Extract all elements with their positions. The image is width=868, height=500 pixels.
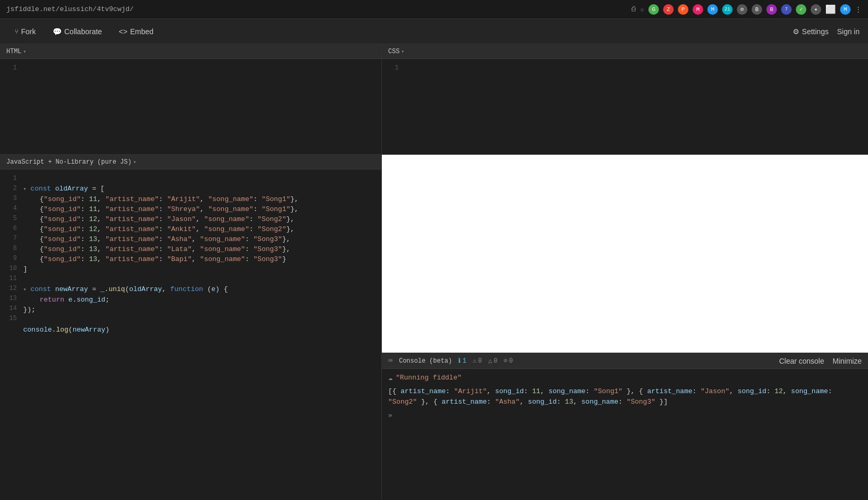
console-info-count: ℹ 1 — [458, 357, 466, 365]
js-dropdown[interactable]: JavaScript + No-Library (pure JS) ▾ — [6, 158, 136, 166]
other-icon: ⊙ — [504, 357, 507, 365]
left-panel: HTML ▾ 1 JavaScript + No-Library (pure J… — [0, 44, 382, 500]
fork-button[interactable]: ⑂ Fork — [8, 24, 42, 39]
console-error-count: △ 0 — [488, 357, 497, 365]
console-body: ☁ "Running fiddle" [{ artist_name: "Arij… — [382, 369, 868, 500]
settings-icon: ⚙ — [793, 27, 800, 36]
fork-icon: ⑂ — [15, 28, 18, 35]
collaborate-button[interactable]: 💬 Collaborate — [46, 24, 108, 39]
error-icon: △ — [488, 357, 492, 365]
console-running-line: ☁ "Running fiddle" — [388, 373, 862, 382]
html-editor: HTML ▾ 1 — [0, 44, 381, 155]
console-header: ⌨ Console (beta) ℹ 1 ⚠ 0 △ 0 ⊙ 0 — [382, 353, 868, 369]
css-dropdown[interactable]: CSS ▾ — [388, 48, 405, 55]
ext3-icon[interactable]: P — [678, 4, 688, 15]
js-editor-content[interactable]: 123456789101112131415 ▾ const oldArray =… — [0, 169, 381, 500]
settings-button[interactable]: ⚙ Settings — [793, 27, 829, 36]
browser-url: jsfiddle.net/elussich/4tv9cwjd/ — [6, 5, 134, 13]
css-editor: CSS ▾ 1 — [382, 44, 868, 155]
browser-icons: ⎙ ☆ G Z P M M 21 ⊘ B B 7 ✓ ✦ ⬜ M ⋮ — [632, 4, 862, 15]
html-chevron-icon: ▾ — [23, 48, 26, 55]
console-panel: ⌨ Console (beta) ℹ 1 ⚠ 0 △ 0 ⊙ 0 — [382, 353, 868, 500]
ext4-icon[interactable]: M — [693, 4, 703, 15]
html-panel-header[interactable]: HTML ▾ — [0, 44, 381, 59]
ext8-icon[interactable]: B — [752, 4, 762, 15]
toolbar: ⑂ Fork 💬 Collaborate <> Embed ⚙ Settings… — [0, 19, 868, 44]
console-warn-count: ⚠ 0 — [472, 357, 481, 365]
main-layout: HTML ▾ 1 JavaScript + No-Library (pure J… — [0, 44, 868, 500]
clear-console-button[interactable]: Clear console — [779, 357, 824, 365]
console-terminal-icon: ⌨ — [388, 356, 392, 365]
embed-button[interactable]: <> Embed — [113, 24, 160, 39]
console-other-count: ⊙ 0 — [504, 357, 512, 365]
star-icon[interactable]: ☆ — [640, 5, 644, 14]
html-dropdown[interactable]: HTML ▾ — [6, 48, 26, 55]
console-prompt[interactable]: » — [388, 412, 862, 419]
ext9-icon[interactable]: B — [766, 4, 777, 15]
css-line-numbers: 1 — [382, 63, 403, 73]
ext1-icon[interactable]: G — [648, 4, 659, 15]
css-panel-header[interactable]: CSS ▾ — [382, 44, 868, 59]
embed-icon: <> — [119, 27, 127, 36]
result-area — [382, 155, 868, 353]
ext12-icon[interactable]: ✦ — [811, 4, 821, 15]
console-output: [{ artist_name: "Arijit", song_id: 11, s… — [388, 386, 862, 407]
toolbar-right: ⚙ Settings Sign in — [793, 27, 860, 36]
css-editor-content[interactable]: 1 — [382, 59, 868, 154]
info-icon: ℹ — [458, 357, 461, 365]
console-title: Console (beta) — [399, 357, 452, 365]
html-editor-content[interactable]: 1 — [0, 59, 381, 154]
ext5-icon[interactable]: M — [707, 4, 718, 15]
ext2-icon[interactable]: Z — [663, 4, 674, 15]
js-panel-header[interactable]: JavaScript + No-Library (pure JS) ▾ — [0, 155, 381, 169]
prompt-arrow: » — [388, 412, 392, 419]
cloud-icon: ☁ — [388, 373, 392, 382]
ext11-icon[interactable]: ✓ — [796, 4, 806, 15]
ext6-icon[interactable]: 21 — [722, 4, 733, 15]
right-panel: CSS ▾ 1 ⌨ Console (beta) ℹ 1 ⚠ — [382, 44, 868, 500]
minimize-console-button[interactable]: Minimize — [833, 357, 862, 365]
chat-icon: 💬 — [53, 27, 62, 36]
js-chevron-icon: ▾ — [133, 159, 136, 165]
console-header-right: Clear console Minimize — [779, 357, 862, 365]
console-running-text: "Running fiddle" — [396, 374, 461, 382]
ext7-icon[interactable]: ⊘ — [737, 4, 747, 15]
profile-icon[interactable]: M — [840, 4, 851, 15]
warn-icon: ⚠ — [472, 357, 476, 365]
js-editor: JavaScript + No-Library (pure JS) ▾ 1234… — [0, 155, 381, 500]
ext10-icon[interactable]: 7 — [781, 4, 792, 15]
js-line-numbers: 123456789101112131415 — [0, 174, 21, 324]
menu-dots-icon[interactable]: ⋮ — [855, 5, 862, 14]
browser-chrome: jsfiddle.net/elussich/4tv9cwjd/ ⎙ ☆ G Z … — [0, 0, 868, 19]
window-toggle-icon[interactable]: ⬜ — [825, 4, 836, 15]
html-line-numbers: 1 — [0, 63, 21, 73]
css-chevron-icon: ▾ — [401, 48, 405, 55]
signin-button[interactable]: Sign in — [837, 27, 860, 36]
js-code-area[interactable]: ▾ const oldArray = [ {"song_id": 11, "ar… — [23, 174, 381, 345]
share-icon[interactable]: ⎙ — [632, 5, 636, 13]
